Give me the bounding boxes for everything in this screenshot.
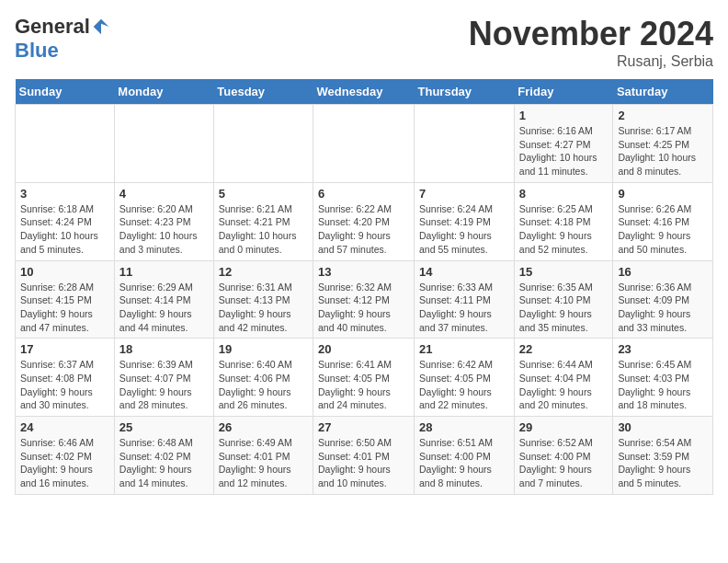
day-info: Sunrise: 6:37 AM Sunset: 4:08 PM Dayligh… xyxy=(20,358,109,412)
day-info: Sunrise: 6:17 AM Sunset: 4:25 PM Dayligh… xyxy=(618,124,708,178)
day-number: 5 xyxy=(219,187,308,201)
day-number: 30 xyxy=(618,420,708,434)
day-number: 17 xyxy=(20,342,109,356)
calendar-cell: 19Sunrise: 6:40 AM Sunset: 4:06 PM Dayli… xyxy=(213,339,313,417)
calendar-cell: 10Sunrise: 6:28 AM Sunset: 4:15 PM Dayli… xyxy=(16,260,115,339)
calendar-week-row: 17Sunrise: 6:37 AM Sunset: 4:08 PM Dayli… xyxy=(16,339,713,417)
calendar-cell: 29Sunrise: 6:52 AM Sunset: 4:00 PM Dayli… xyxy=(514,417,613,495)
calendar-cell: 24Sunrise: 6:46 AM Sunset: 4:02 PM Dayli… xyxy=(16,417,115,495)
calendar-cell: 21Sunrise: 6:42 AM Sunset: 4:05 PM Dayli… xyxy=(415,339,515,417)
day-info: Sunrise: 6:16 AM Sunset: 4:27 PM Dayligh… xyxy=(519,124,609,178)
calendar-cell: 25Sunrise: 6:48 AM Sunset: 4:02 PM Dayli… xyxy=(114,417,213,495)
calendar-week-row: 3Sunrise: 6:18 AM Sunset: 4:24 PM Daylig… xyxy=(16,182,713,260)
calendar-cell: 5Sunrise: 6:21 AM Sunset: 4:21 PM Daylig… xyxy=(213,182,313,260)
day-number: 14 xyxy=(419,265,509,279)
day-number: 27 xyxy=(318,420,409,434)
day-info: Sunrise: 6:42 AM Sunset: 4:05 PM Dayligh… xyxy=(419,358,509,412)
day-info: Sunrise: 6:32 AM Sunset: 4:12 PM Dayligh… xyxy=(318,281,409,335)
weekday-header-monday: Monday xyxy=(114,79,213,105)
calendar-cell xyxy=(16,105,115,183)
day-number: 21 xyxy=(419,342,509,356)
day-info: Sunrise: 6:44 AM Sunset: 4:04 PM Dayligh… xyxy=(519,358,609,412)
calendar-week-row: 1Sunrise: 6:16 AM Sunset: 4:27 PM Daylig… xyxy=(16,105,713,183)
weekday-header-row: SundayMondayTuesdayWednesdayThursdayFrid… xyxy=(16,79,713,105)
day-info: Sunrise: 6:45 AM Sunset: 4:03 PM Dayligh… xyxy=(618,358,708,412)
calendar-cell: 12Sunrise: 6:31 AM Sunset: 4:13 PM Dayli… xyxy=(213,260,313,339)
location-title: Rusanj, Serbia xyxy=(469,53,713,70)
day-info: Sunrise: 6:29 AM Sunset: 4:14 PM Dayligh… xyxy=(119,281,209,335)
day-info: Sunrise: 6:50 AM Sunset: 4:01 PM Dayligh… xyxy=(318,436,409,490)
day-info: Sunrise: 6:24 AM Sunset: 4:19 PM Dayligh… xyxy=(419,202,509,257)
month-title: November 2024 xyxy=(469,15,713,53)
day-number: 23 xyxy=(618,342,708,356)
day-info: Sunrise: 6:20 AM Sunset: 4:23 PM Dayligh… xyxy=(119,202,209,257)
calendar-cell: 4Sunrise: 6:20 AM Sunset: 4:23 PM Daylig… xyxy=(114,182,213,260)
calendar-cell xyxy=(313,105,415,183)
calendar-cell: 9Sunrise: 6:26 AM Sunset: 4:16 PM Daylig… xyxy=(613,182,713,260)
calendar-cell: 20Sunrise: 6:41 AM Sunset: 4:05 PM Dayli… xyxy=(313,339,415,417)
day-number: 2 xyxy=(618,109,708,122)
day-number: 4 xyxy=(119,187,209,201)
day-info: Sunrise: 6:31 AM Sunset: 4:13 PM Dayligh… xyxy=(219,281,308,335)
day-number: 9 xyxy=(618,187,708,201)
day-number: 11 xyxy=(119,265,209,279)
day-number: 15 xyxy=(519,265,609,279)
day-info: Sunrise: 6:39 AM Sunset: 4:07 PM Dayligh… xyxy=(119,358,209,412)
calendar-cell: 11Sunrise: 6:29 AM Sunset: 4:14 PM Dayli… xyxy=(114,260,213,339)
calendar-cell: 13Sunrise: 6:32 AM Sunset: 4:12 PM Dayli… xyxy=(313,260,415,339)
day-info: Sunrise: 6:46 AM Sunset: 4:02 PM Dayligh… xyxy=(20,436,109,490)
day-number: 6 xyxy=(318,187,409,201)
weekday-header-sunday: Sunday xyxy=(16,79,115,105)
day-info: Sunrise: 6:54 AM Sunset: 3:59 PM Dayligh… xyxy=(618,436,708,490)
day-number: 7 xyxy=(419,187,509,201)
calendar-week-row: 24Sunrise: 6:46 AM Sunset: 4:02 PM Dayli… xyxy=(16,417,713,495)
day-info: Sunrise: 6:22 AM Sunset: 4:20 PM Dayligh… xyxy=(318,202,409,257)
day-info: Sunrise: 6:52 AM Sunset: 4:00 PM Dayligh… xyxy=(519,436,609,490)
day-number: 26 xyxy=(219,420,308,434)
calendar-cell: 16Sunrise: 6:36 AM Sunset: 4:09 PM Dayli… xyxy=(613,260,713,339)
weekday-header-tuesday: Tuesday xyxy=(213,79,313,105)
calendar-cell: 23Sunrise: 6:45 AM Sunset: 4:03 PM Dayli… xyxy=(613,339,713,417)
day-number: 16 xyxy=(618,265,708,279)
calendar-cell: 1Sunrise: 6:16 AM Sunset: 4:27 PM Daylig… xyxy=(514,105,613,183)
day-number: 22 xyxy=(519,342,609,356)
logo-general-text: General xyxy=(15,15,90,39)
weekday-header-friday: Friday xyxy=(514,79,613,105)
calendar-cell: 27Sunrise: 6:50 AM Sunset: 4:01 PM Dayli… xyxy=(313,417,415,495)
calendar-cell xyxy=(213,105,313,183)
day-info: Sunrise: 6:21 AM Sunset: 4:21 PM Dayligh… xyxy=(219,202,308,257)
weekday-header-saturday: Saturday xyxy=(613,79,713,105)
day-number: 1 xyxy=(519,109,609,122)
day-number: 20 xyxy=(318,342,409,356)
day-number: 10 xyxy=(20,265,109,279)
calendar-cell: 3Sunrise: 6:18 AM Sunset: 4:24 PM Daylig… xyxy=(16,182,115,260)
calendar-cell: 17Sunrise: 6:37 AM Sunset: 4:08 PM Dayli… xyxy=(16,339,115,417)
day-info: Sunrise: 6:49 AM Sunset: 4:01 PM Dayligh… xyxy=(219,436,308,490)
calendar-cell xyxy=(415,105,515,183)
calendar-table: SundayMondayTuesdayWednesdayThursdayFrid… xyxy=(15,79,713,495)
day-info: Sunrise: 6:26 AM Sunset: 4:16 PM Dayligh… xyxy=(618,202,708,257)
day-number: 3 xyxy=(20,187,109,201)
calendar-week-row: 10Sunrise: 6:28 AM Sunset: 4:15 PM Dayli… xyxy=(16,260,713,339)
day-info: Sunrise: 6:28 AM Sunset: 4:15 PM Dayligh… xyxy=(20,281,109,335)
title-area: November 2024 Rusanj, Serbia xyxy=(469,15,713,70)
day-number: 24 xyxy=(20,420,109,434)
calendar-cell: 22Sunrise: 6:44 AM Sunset: 4:04 PM Dayli… xyxy=(514,339,613,417)
logo: General Blue xyxy=(15,15,110,63)
weekday-header-wednesday: Wednesday xyxy=(313,79,415,105)
day-number: 25 xyxy=(119,420,209,434)
calendar-cell: 8Sunrise: 6:25 AM Sunset: 4:18 PM Daylig… xyxy=(514,182,613,260)
day-info: Sunrise: 6:48 AM Sunset: 4:02 PM Dayligh… xyxy=(119,436,209,490)
calendar-cell: 15Sunrise: 6:35 AM Sunset: 4:10 PM Dayli… xyxy=(514,260,613,339)
logo-blue-text: Blue xyxy=(15,39,59,63)
day-number: 18 xyxy=(119,342,209,356)
weekday-header-thursday: Thursday xyxy=(415,79,515,105)
day-number: 28 xyxy=(419,420,509,434)
day-info: Sunrise: 6:35 AM Sunset: 4:10 PM Dayligh… xyxy=(519,281,609,335)
calendar-cell: 28Sunrise: 6:51 AM Sunset: 4:00 PM Dayli… xyxy=(415,417,515,495)
day-info: Sunrise: 6:40 AM Sunset: 4:06 PM Dayligh… xyxy=(219,358,308,412)
calendar-cell: 26Sunrise: 6:49 AM Sunset: 4:01 PM Dayli… xyxy=(213,417,313,495)
calendar-cell: 14Sunrise: 6:33 AM Sunset: 4:11 PM Dayli… xyxy=(415,260,515,339)
calendar-cell xyxy=(114,105,213,183)
day-info: Sunrise: 6:18 AM Sunset: 4:24 PM Dayligh… xyxy=(20,202,109,257)
